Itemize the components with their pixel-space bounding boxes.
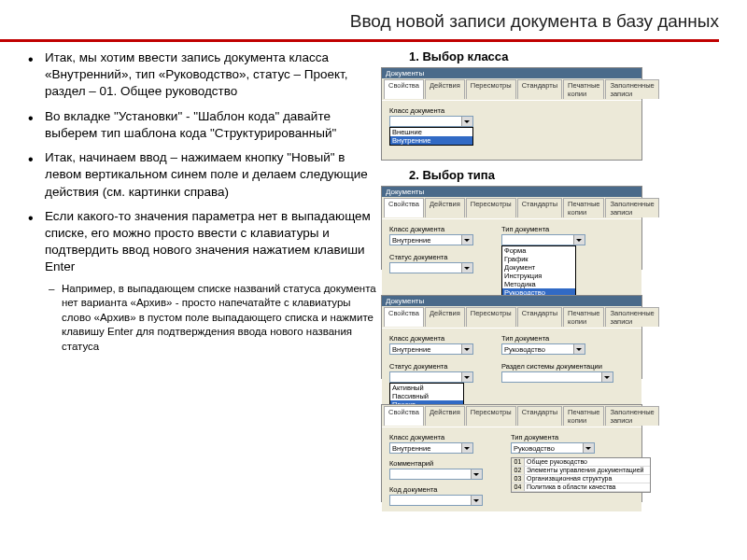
- list-item[interactable]: Внутренние: [390, 136, 472, 145]
- tab-standards[interactable]: Стандарты: [517, 198, 562, 217]
- list-item[interactable]: Внешние: [390, 128, 472, 136]
- tab-records[interactable]: Заполненные записи: [605, 406, 658, 426]
- step-1-label: 1. Выбор класса: [409, 49, 736, 63]
- tab-row: Свойства Действия Пересмотры Стандарты П…: [382, 197, 641, 219]
- code-label: Код документа: [389, 485, 483, 494]
- class-label: Класс документа: [389, 106, 634, 115]
- window-titlebar: Документы: [382, 68, 641, 78]
- list-item[interactable]: График: [502, 255, 575, 263]
- tab-records[interactable]: Заполненные записи: [605, 307, 658, 327]
- window-titlebar: Документы: [382, 296, 641, 306]
- list-item[interactable]: Инструкция: [502, 272, 575, 280]
- text-column: Итак, мы хотим ввести запись документа к…: [9, 49, 381, 510]
- tab-prints[interactable]: Печатные копии: [563, 198, 604, 217]
- type-label: Тип документа: [511, 433, 651, 441]
- tab-records[interactable]: Заполненные записи: [605, 198, 658, 217]
- tab-prints[interactable]: Печатные копии: [563, 307, 604, 327]
- tab-properties[interactable]: Свойства: [384, 79, 424, 99]
- slide-title: Ввод новой записи документа в базу данны…: [0, 0, 747, 39]
- class-label: Класс документа: [389, 433, 483, 441]
- type-dropdown[interactable]: [501, 234, 585, 245]
- list-item[interactable]: Форма: [502, 246, 575, 255]
- sub-bullet-item: Например, в выпадающем списке названий с…: [45, 282, 381, 355]
- window-titlebar: Документы: [382, 187, 641, 197]
- tab-standards[interactable]: Стандарты: [517, 406, 562, 426]
- tab-standards[interactable]: Стандарты: [517, 79, 562, 99]
- tab-properties[interactable]: Свойства: [384, 406, 424, 426]
- screenshots-column: 1. Выбор класса Документы Свойства Дейст…: [381, 49, 736, 510]
- tab-records[interactable]: Заполненные записи: [605, 79, 658, 99]
- divider: [0, 39, 719, 42]
- list-item[interactable]: Активный: [390, 384, 463, 392]
- type-label: Тип документа: [501, 225, 585, 233]
- screenshot-4: Свойства Действия Пересмотры Стандарты П…: [381, 404, 642, 502]
- tab-actions[interactable]: Действия: [425, 307, 465, 327]
- status-dropdown[interactable]: [389, 371, 473, 383]
- type-dropdown[interactable]: Руководство: [501, 343, 585, 355]
- type-dropdown[interactable]: Руководство: [511, 442, 595, 454]
- list-item[interactable]: Пассивный: [390, 392, 463, 400]
- section-label: Раздел системы документации: [501, 362, 613, 371]
- type-label: Тип документа: [501, 334, 613, 343]
- tab-row: Свойства Действия Пересмотры Стандарты П…: [382, 405, 641, 427]
- type-listbox[interactable]: Форма График Документ Инструкция Методик…: [501, 245, 576, 298]
- tab-properties[interactable]: Свойства: [384, 198, 424, 217]
- tab-standards[interactable]: Стандарты: [517, 307, 562, 327]
- list-item[interactable]: Документ: [502, 263, 575, 272]
- tab-revisions[interactable]: Пересмотры: [466, 198, 516, 217]
- tab-row: Свойства Действия Пересмотры Стандарты П…: [382, 78, 641, 101]
- tab-actions[interactable]: Действия: [425, 79, 465, 99]
- tab-actions[interactable]: Действия: [425, 198, 465, 217]
- section-dropdown[interactable]: [501, 371, 613, 383]
- bullet-item: Итак, мы хотим ввести запись документа к…: [28, 49, 381, 101]
- tab-prints[interactable]: Печатные копии: [563, 79, 604, 99]
- class-dropdown[interactable]: Внутренние: [389, 234, 473, 245]
- status-label: Статус документа: [389, 362, 473, 371]
- bullet-item: Итак, начинаем ввод – нажимаем кнопку "Н…: [28, 149, 381, 201]
- comment-input[interactable]: [389, 469, 483, 480]
- step-2-label: 2. Выбор типа: [409, 168, 736, 182]
- section-table[interactable]: 01Общее руководство 02Элементы управлени…: [511, 457, 651, 493]
- tab-row: Свойства Действия Пересмотры Стандарты П…: [382, 306, 641, 329]
- status-label: Статус документа: [389, 253, 473, 261]
- screenshot-3: Документы Свойства Действия Пересмотры С…: [381, 295, 642, 379]
- tab-prints[interactable]: Печатные копии: [563, 406, 604, 426]
- tab-revisions[interactable]: Пересмотры: [466, 406, 516, 426]
- bullet-item: Во вкладке "Установки" - "Шаблон кода" д…: [28, 108, 381, 142]
- class-dropdown[interactable]: Внутренние: [389, 343, 473, 355]
- tab-properties[interactable]: Свойства: [384, 307, 424, 327]
- class-dropdown[interactable]: Внутренние: [389, 442, 473, 454]
- status-dropdown[interactable]: [389, 262, 473, 273]
- screenshot-1: Документы Свойства Действия Пересмотры С…: [381, 67, 642, 161]
- class-dropdown[interactable]: [389, 116, 473, 127]
- class-listbox[interactable]: Внешние Внутренние: [389, 127, 473, 146]
- comment-label: Комментарий: [389, 459, 483, 468]
- tab-revisions[interactable]: Пересмотры: [466, 79, 516, 99]
- code-input[interactable]: [389, 495, 483, 506]
- screenshot-2: Документы Свойства Действия Пересмотры С…: [381, 186, 642, 270]
- tab-revisions[interactable]: Пересмотры: [466, 307, 516, 327]
- tab-actions[interactable]: Действия: [425, 406, 465, 426]
- class-label: Класс документа: [389, 225, 473, 233]
- list-item[interactable]: Методика: [502, 280, 575, 288]
- class-label: Класс документа: [389, 334, 473, 343]
- bullet-item: Если какого-то значения параметра нет в …: [28, 208, 381, 354]
